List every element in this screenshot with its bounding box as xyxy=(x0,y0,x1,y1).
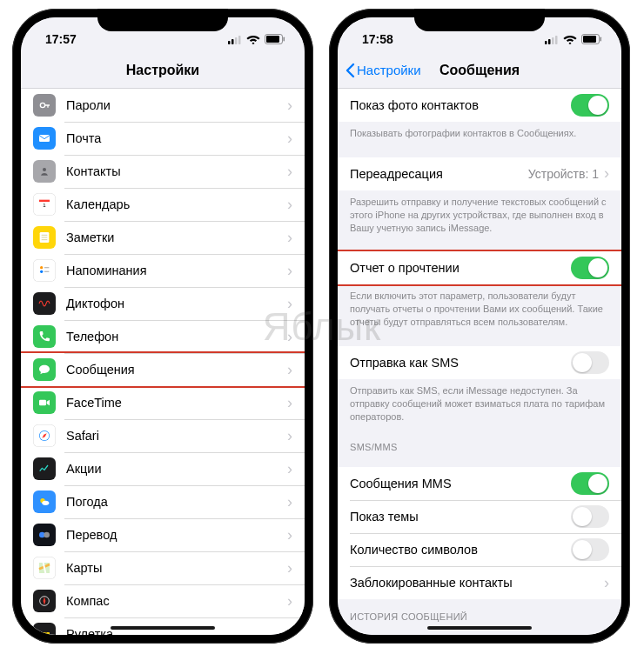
row-label: Отчет о прочтении xyxy=(350,261,571,275)
page-title: Настройки xyxy=(126,63,199,78)
chevron-right-icon: › xyxy=(287,97,292,115)
chevron-right-icon: › xyxy=(287,394,292,412)
chevron-right-icon: › xyxy=(287,328,292,346)
row-label: Погода xyxy=(66,495,282,509)
svg-rect-30 xyxy=(39,632,50,635)
settings-row-messages[interactable]: Сообщения› xyxy=(21,353,305,386)
svg-rect-3 xyxy=(238,36,241,44)
svg-rect-1 xyxy=(231,39,234,44)
svg-point-18 xyxy=(40,270,43,273)
settings-row-forwarding[interactable]: ПереадресацияУстройств: 1› xyxy=(338,157,621,190)
row-label: Компас xyxy=(66,594,282,608)
compass-icon xyxy=(33,590,56,612)
toggle-send-as-sms[interactable] xyxy=(571,351,609,374)
toggle-read-receipts[interactable] xyxy=(571,257,609,279)
settings-row-voice-memos[interactable]: Диктофон› xyxy=(21,287,305,320)
settings-row-show-subject[interactable]: Показ темы xyxy=(338,500,621,533)
svg-rect-2 xyxy=(235,37,238,44)
messages-icon xyxy=(33,358,56,381)
settings-row-maps[interactable]: Карты› xyxy=(21,551,305,584)
chevron-right-icon: › xyxy=(287,196,292,214)
svg-point-9 xyxy=(43,168,46,171)
row-label: Заметки xyxy=(66,230,282,244)
svg-point-7 xyxy=(40,103,44,107)
chevron-right-icon: › xyxy=(287,295,292,313)
calendar-icon: 1 xyxy=(33,193,56,216)
settings-row-compass[interactable]: Компас› xyxy=(21,584,305,617)
toggle-character-count[interactable] xyxy=(571,538,609,561)
row-label: Количество символов xyxy=(350,543,571,557)
settings-row-blocked-contacts[interactable]: Заблокированные контакты› xyxy=(338,566,621,599)
phone-right: 17:58 Настройки Сообщения Показ фото кон… xyxy=(329,9,630,644)
weather-icon xyxy=(33,490,56,513)
status-time: 17:57 xyxy=(45,32,77,46)
row-label: FaceTime xyxy=(66,396,282,410)
row-label: Напоминания xyxy=(66,264,282,277)
row-label: Сообщения MMS xyxy=(350,477,571,490)
row-label: Карты xyxy=(66,561,282,575)
notch xyxy=(97,9,228,31)
safari-icon xyxy=(33,424,56,447)
chevron-right-icon: › xyxy=(287,592,292,611)
footer-note: Отправить как SMS, если iMessage недосту… xyxy=(338,379,621,430)
svg-rect-5 xyxy=(266,36,279,43)
svg-point-17 xyxy=(40,266,43,269)
svg-rect-39 xyxy=(555,36,558,44)
toggle-show-subject[interactable] xyxy=(571,505,609,528)
settings-row-stocks[interactable]: Акции› xyxy=(21,452,305,485)
settings-row-send-as-sms[interactable]: Отправка как SMS xyxy=(338,346,621,379)
chevron-right-icon: › xyxy=(287,262,292,280)
footer-note: Разрешить отправку и получение текстовых… xyxy=(338,190,621,242)
chevron-left-icon xyxy=(345,63,355,78)
row-label: Диктофон xyxy=(66,297,282,310)
toggle-show-contact-photos[interactable] xyxy=(571,94,609,117)
row-label: Переадресация xyxy=(350,167,528,181)
stocks-icon xyxy=(33,457,56,480)
back-button[interactable]: Настройки xyxy=(345,63,421,78)
settings-row-translate[interactable]: Перевод› xyxy=(21,518,305,551)
row-label: Отправка как SMS xyxy=(350,356,571,370)
svg-rect-38 xyxy=(552,37,554,44)
row-label: Заблокированные контакты xyxy=(350,576,599,590)
back-label: Настройки xyxy=(357,63,421,77)
settings-row-mail[interactable]: Почта› xyxy=(21,122,305,155)
maps-icon xyxy=(33,557,56,579)
settings-row-reminders[interactable]: Напоминания› xyxy=(21,254,305,287)
contacts-icon xyxy=(33,160,56,183)
nav-bar: Настройки Сообщения xyxy=(338,52,621,89)
settings-row-facetime[interactable]: FaceTime› xyxy=(21,386,305,419)
settings-row-contacts[interactable]: Контакты› xyxy=(21,155,305,188)
settings-row-notes[interactable]: Заметки› xyxy=(21,221,305,254)
row-label: Акции xyxy=(66,462,282,476)
row-label: Показ фото контактов xyxy=(350,98,571,112)
settings-row-character-count[interactable]: Количество символов xyxy=(338,533,621,566)
row-label: Календарь xyxy=(66,197,282,211)
settings-row-calendar[interactable]: 1Календарь› xyxy=(21,188,305,221)
cellular-icon xyxy=(545,35,559,44)
svg-rect-21 xyxy=(39,400,46,406)
settings-row-safari[interactable]: Safari› xyxy=(21,419,305,452)
settings-row-passwords[interactable]: Пароли› xyxy=(21,89,305,122)
translate-icon xyxy=(33,524,56,546)
chevron-right-icon: › xyxy=(287,361,292,379)
svg-rect-41 xyxy=(583,36,596,43)
row-detail: Устройств: 1 xyxy=(528,167,599,181)
section-header: SMS/MMS xyxy=(338,430,621,457)
chevron-right-icon: › xyxy=(287,163,292,181)
svg-rect-6 xyxy=(284,37,285,42)
toggle-mms-messaging[interactable] xyxy=(571,472,609,495)
chevron-right-icon: › xyxy=(287,625,292,636)
row-label: Телефон xyxy=(66,330,282,344)
nav-bar: Настройки xyxy=(21,52,305,89)
settings-row-mms-messaging[interactable]: Сообщения MMS xyxy=(338,467,621,500)
wifi-icon xyxy=(246,34,260,44)
status-time: 17:58 xyxy=(362,32,393,46)
chevron-right-icon: › xyxy=(287,559,292,577)
settings-row-weather[interactable]: Погода› xyxy=(21,485,305,518)
notes-icon xyxy=(33,226,56,249)
wifi-icon xyxy=(563,34,577,44)
settings-row-phone[interactable]: Телефон› xyxy=(21,320,305,353)
svg-rect-8 xyxy=(39,135,50,142)
settings-row-read-receipts[interactable]: Отчет о прочтении xyxy=(338,251,621,284)
settings-row-show-contact-photos[interactable]: Показ фото контактов xyxy=(338,89,621,122)
